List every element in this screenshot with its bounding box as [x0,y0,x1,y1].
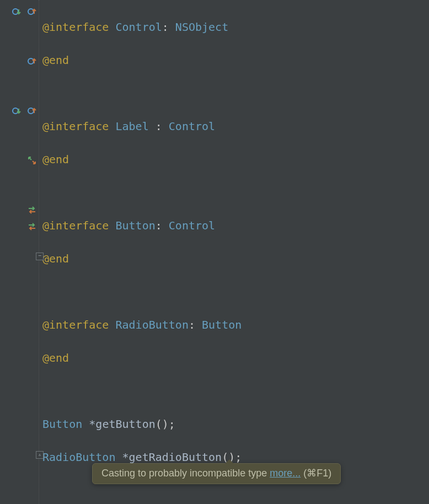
gutter-marker-overrides[interactable] [0,4,39,17]
code-line: @interface Control: NSObject [42,19,429,35]
code-line [42,283,429,300]
editor-gutter [0,0,39,504]
inspection-tooltip: Casting to probably incompatible type mo… [92,463,341,484]
gutter-marker-overrides[interactable] [0,103,39,116]
svg-point-4 [28,108,34,114]
code-area[interactable]: − ▵ @interface Control: NSObject @end @i… [39,0,429,504]
code-line: @interface RadioButton: Button [42,317,429,333]
gutter-marker-swap[interactable] [0,219,39,232]
fold-toggle-close[interactable]: ▵ [36,451,44,459]
tooltip-message: Casting to probably incompatible type [101,468,270,479]
code-editor: − ▵ @interface Control: NSObject @end @i… [0,0,429,504]
code-line: @end [42,250,429,267]
fold-toggle-open[interactable]: − [36,253,44,260]
tooltip-shortcut: (⌘F1) [301,468,331,479]
code-line: @interface Button: Control [42,217,429,234]
override-up-icon [28,57,36,66]
code-line [42,85,429,101]
code-line [42,184,429,201]
gutter-marker-override-up[interactable] [0,53,39,67]
svg-point-1 [28,9,34,14]
swap-icon [28,206,36,215]
override-down-icon [12,106,21,115]
code-line [42,482,429,498]
code-line [42,383,429,399]
code-line: @end [42,52,429,68]
override-down-icon [12,7,21,16]
code-line: @interface Label : Control [42,118,429,135]
gutter-marker-swap[interactable] [0,202,39,216]
svg-point-2 [28,58,34,64]
keyword-end: @end [42,53,69,67]
code-line: @end [42,151,429,168]
code-line: Button *getButton(); [42,416,429,432]
type-name: Control [115,20,162,34]
svg-point-0 [13,9,18,14]
expand-icon [28,156,36,165]
keyword-interface: @interface [42,20,109,34]
gutter-marker-expand[interactable] [0,153,39,166]
code-content: @interface Control: NSObject @end @inter… [42,0,429,504]
svg-point-3 [13,108,18,114]
override-up-icon [28,106,36,115]
override-up-icon [28,7,36,16]
code-line: @end [42,350,429,366]
swap-icon [28,222,36,231]
tooltip-more-link[interactable]: more... [270,468,301,479]
type-name: NSObject [175,20,228,34]
